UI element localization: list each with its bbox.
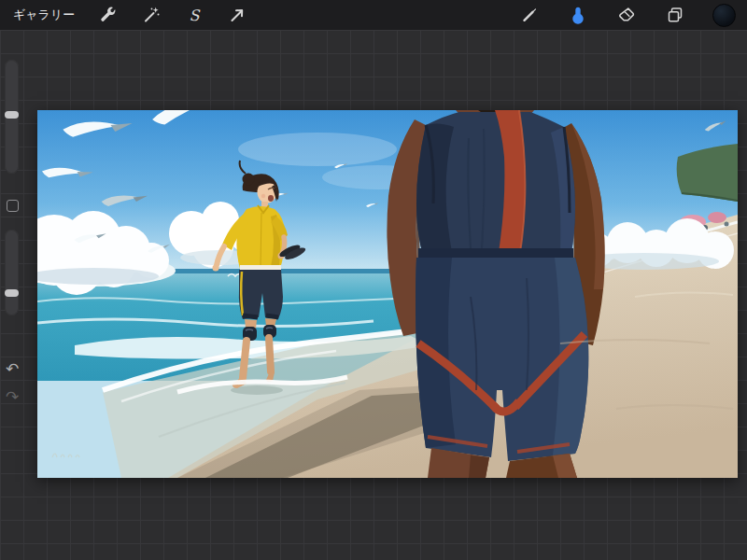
- color-swatch[interactable]: [712, 4, 736, 27]
- smudge-icon: [569, 6, 587, 24]
- top-bar-right-group: [518, 4, 736, 27]
- beach-artwork: [37, 110, 738, 478]
- paint-button[interactable]: [518, 4, 541, 26]
- magic-wand-icon: [142, 6, 161, 24]
- brush-size-handle[interactable]: [5, 111, 19, 119]
- actions-button[interactable]: [97, 4, 120, 26]
- left-toolbar: ↶ ↷: [0, 30, 26, 560]
- layers-button[interactable]: [664, 4, 686, 26]
- eraser-icon: [617, 6, 636, 24]
- undo-button[interactable]: ↶: [2, 358, 22, 379]
- brush-icon: [520, 6, 539, 24]
- top-bar: ギャラリー S: [0, 0, 747, 30]
- wrench-icon: [99, 6, 118, 24]
- brush-size-slider[interactable]: [5, 60, 19, 174]
- artwork-canvas[interactable]: [37, 110, 738, 478]
- top-bar-left-group: ギャラリー S: [11, 4, 248, 26]
- adjustments-button[interactable]: [140, 4, 162, 26]
- erase-button[interactable]: [615, 4, 638, 26]
- layers-icon: [666, 6, 684, 24]
- selection-s-icon: S: [185, 6, 204, 24]
- transform-arrow-icon: [228, 6, 247, 24]
- selection-button[interactable]: S: [183, 4, 205, 26]
- artist-signature: [52, 454, 79, 457]
- opacity-handle[interactable]: [5, 289, 19, 297]
- svg-text:S: S: [190, 7, 201, 24]
- opacity-slider[interactable]: [5, 230, 19, 315]
- transform-button[interactable]: [226, 4, 248, 26]
- redo-button[interactable]: ↷: [2, 386, 22, 407]
- smudge-button[interactable]: [567, 4, 589, 26]
- modify-button[interactable]: [7, 200, 19, 212]
- gallery-button[interactable]: ギャラリー: [11, 7, 77, 23]
